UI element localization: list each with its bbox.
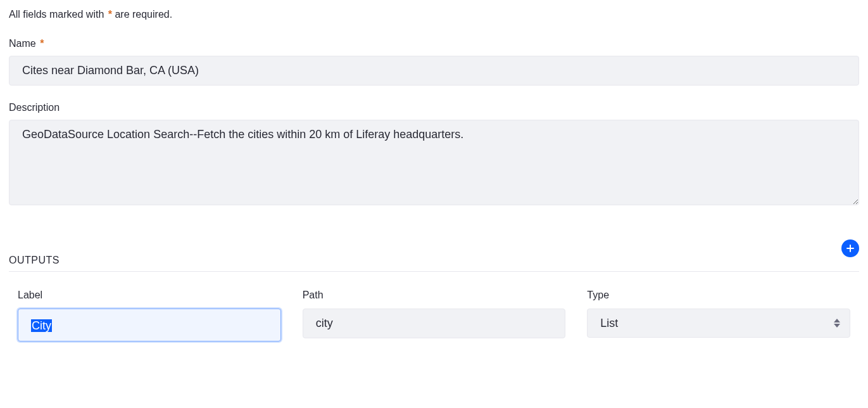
required-fields-notice: All fields marked with * are required. xyxy=(9,9,859,20)
description-label: Description xyxy=(9,102,859,113)
description-field-group: Description GeoDataSource Location Searc… xyxy=(9,102,859,208)
notice-suffix: are required. xyxy=(115,9,172,20)
output-label-column: Label City xyxy=(18,290,281,341)
outputs-header-row: OUTPUTS xyxy=(9,239,859,266)
output-path-input[interactable] xyxy=(303,309,566,338)
type-column-header: Type xyxy=(587,290,850,301)
output-type-select[interactable]: List xyxy=(587,309,850,338)
name-field-group: Name * xyxy=(9,38,859,86)
outputs-row: Label City Path Type List xyxy=(9,290,859,341)
plus-icon xyxy=(846,244,855,253)
selected-text: City xyxy=(31,319,52,332)
output-path-column: Path xyxy=(303,290,566,341)
name-label: Name * xyxy=(9,38,859,49)
svg-rect-1 xyxy=(846,248,854,249)
description-textarea[interactable]: GeoDataSource Location Search--Fetch the… xyxy=(9,120,859,205)
path-column-header: Path xyxy=(303,290,566,301)
outputs-section-title: OUTPUTS xyxy=(9,255,60,266)
name-input[interactable] xyxy=(9,56,859,86)
notice-prefix: All fields marked with xyxy=(9,9,104,20)
output-type-column: Type List xyxy=(587,290,850,341)
required-star-icon: * xyxy=(40,38,44,49)
outputs-divider xyxy=(9,271,859,272)
type-select-wrapper: List xyxy=(587,309,850,338)
label-column-header: Label xyxy=(18,290,281,301)
add-output-button[interactable] xyxy=(841,239,859,257)
name-label-text: Name xyxy=(9,38,36,49)
output-label-input[interactable]: City xyxy=(18,309,281,341)
required-star-icon: * xyxy=(108,9,112,20)
label-input-wrapper[interactable]: City xyxy=(18,309,281,341)
